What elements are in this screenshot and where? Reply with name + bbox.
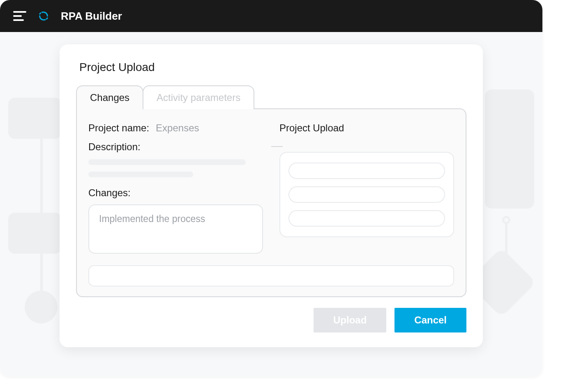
bottom-bar-field[interactable] [88,265,454,287]
right-panel-title: Project Upload [279,122,454,134]
app-header: RPA Builder [0,0,542,32]
tab-changes[interactable]: Changes [76,85,143,109]
app-frame: RPA Builder Project Upload Changes Activ… [0,0,542,377]
project-name-label: Project name: [88,122,149,134]
changes-label: Changes: [88,187,263,199]
upload-slot[interactable] [288,210,445,227]
description-placeholder-line [88,159,246,165]
app-title: RPA Builder [61,10,122,23]
dialog-tabs: Changes Activity parameters [76,85,466,109]
project-name-value: Expenses [156,122,199,134]
dialog-title: Project Upload [76,61,466,74]
content-area: Project Upload Changes Activity paramete… [0,32,542,377]
upload-slot[interactable] [288,186,445,203]
dialog-actions: Upload Cancel [76,308,466,332]
upload-slot[interactable] [288,163,445,179]
description-placeholder-line [88,172,193,177]
menu-icon[interactable] [13,11,26,21]
project-upload-dialog: Project Upload Changes Activity paramete… [60,44,483,347]
description-label: Description: [88,141,263,153]
cancel-button[interactable]: Cancel [394,308,466,332]
changes-textarea[interactable] [88,204,263,254]
tab-panel-changes: Project name: Expenses Description: Chan… [76,108,466,297]
upload-items-panel [279,152,454,237]
logo-icon [38,10,49,22]
tab-activity-parameters[interactable]: Activity parameters [143,85,254,109]
upload-button[interactable]: Upload [314,308,386,332]
